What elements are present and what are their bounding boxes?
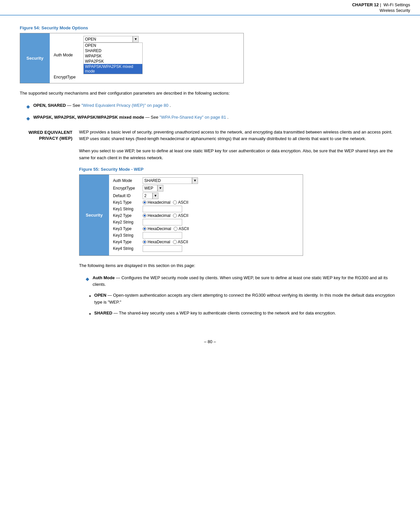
f55-encrypt-dropdown[interactable]: WEP ▼ — [143, 185, 163, 192]
f55-key1string-label: Key1 String — [113, 207, 143, 211]
sub-bullet-square-1: ■ — [89, 293, 91, 299]
bullet-after-1: . — [170, 103, 171, 108]
auth-mode-dropdown[interactable]: OPEN ▼ OPEN SHARED WPAPSK WPA2PSK WPAPSK… — [83, 36, 143, 74]
sub-bullet-shared-text: SHARED — The shared-key security uses a … — [94, 310, 336, 317]
f55-key4type-label: Key4 Type — [113, 240, 143, 244]
f55-key3type-radios: HexaDecimal ASCII — [143, 226, 189, 231]
f55-key3string-row: Key3 String — [113, 232, 299, 239]
f55-key1-hex-label: Hexadecimal — [148, 200, 170, 205]
f55-key1-ascii-radio[interactable] — [173, 200, 177, 204]
figure55-panel: Security Auth Mode SHARED ▼ — [79, 174, 303, 256]
auth-mode-arrow[interactable]: ▼ — [133, 36, 139, 43]
f55-key3string-input[interactable] — [143, 232, 182, 239]
bullet-item-open-shared: ◆ OPEN, SHARED — See "Wired Equivalent P… — [26, 102, 400, 110]
auth-mode-bullet-text: Auth Mode — Configures the WEP security … — [93, 275, 400, 288]
header-separator: | — [380, 2, 381, 7]
f55-defaultid-label: Default ID — [113, 193, 143, 198]
figure55-sidebar: Security — [79, 175, 109, 255]
f55-key2-ascii-radio[interactable] — [173, 214, 177, 218]
sub-bullet-open-text: OPEN — Open-system authentication accept… — [94, 292, 400, 306]
f55-encrypt-value: WEP — [143, 185, 157, 192]
f55-key2-hex-radio[interactable] — [143, 214, 147, 218]
f55-encrypt-row: EncryptType WEP ▼ — [113, 185, 299, 192]
f55-defaultid-arrow[interactable]: ▼ — [153, 193, 158, 199]
sub-bullet-shared-rest: — The shared-key security uses a WEP key… — [114, 311, 336, 315]
f55-key2type-radios: Hexadecimal ASCII — [143, 213, 188, 218]
f55-key1string-input[interactable] — [143, 206, 182, 212]
sub-bullet-shared: ■ SHARED — The shared-key security uses … — [89, 310, 400, 317]
f55-key4string-row: Key4 String — [113, 245, 299, 252]
wired-equiv-content: Wired Equivalent Privacy (WEP) WEP provi… — [20, 129, 400, 321]
f55-key3-ascii-radio[interactable] — [174, 227, 178, 231]
page-header: CHAPTER 12 | Wi-Fi Settings Wireless Sec… — [0, 0, 420, 15]
auth-mode-rest: — Configures the WEP security mode used … — [93, 275, 388, 287]
sub-bullet-list: ■ OPEN — Open-system authentication acce… — [89, 292, 400, 316]
footer-text: – 80 – — [204, 339, 216, 344]
f55-key4-hex-option[interactable]: HexaDecmal — [143, 240, 170, 244]
page-content: Figure 54: Security Mode Options Securit… — [0, 15, 420, 334]
dropdown-item-mixed[interactable]: WPAPSK/WPA2PSK mixed mode — [84, 64, 142, 74]
f55-key1string-row: Key1 String — [113, 206, 299, 212]
header-right: CHAPTER 12 | Wi-Fi Settings Wireless Sec… — [352, 2, 410, 14]
bullet-list-main: ◆ OPEN, SHARED — See "Wired Equivalent P… — [26, 102, 400, 122]
f55-key3-hex-radio[interactable] — [143, 227, 147, 231]
f55-key2string-row: Key2 String — [113, 219, 299, 225]
bullet-after-2: . — [227, 115, 229, 120]
figure55-body: Auth Mode SHARED ▼ EncryptType WEP ▼ — [109, 175, 303, 255]
auth-mode-bullet-diamond: ◆ — [86, 275, 89, 282]
f55-key3-ascii-option[interactable]: ASCII — [174, 226, 189, 231]
f55-key2string-label: Key2 String — [113, 220, 143, 224]
f55-key4-ascii-radio[interactable] — [173, 240, 177, 244]
dropdown-item-shared[interactable]: SHARED — [84, 48, 142, 53]
f55-auth-arrow[interactable]: ▼ — [192, 177, 198, 184]
chapter-subtitle: Wireless Security — [352, 8, 410, 14]
f55-key3-hex-option[interactable]: HexaDecimal — [143, 226, 171, 231]
f55-key4string-input[interactable] — [143, 245, 182, 252]
f55-key3string-label: Key3 String — [113, 233, 143, 238]
f55-key2-hex-label: Hexadecimal — [148, 213, 170, 218]
f55-encrypt-arrow[interactable]: ▼ — [157, 185, 163, 192]
auth-mode-value[interactable]: OPEN — [83, 36, 133, 43]
f55-key2-ascii-option[interactable]: ASCII — [173, 213, 188, 218]
f55-key4type-radios: HexaDecmal ASCII — [143, 240, 188, 244]
section-heading-wep: Wired Equivalent Privacy (WEP) — [20, 130, 72, 141]
sub-bullet-shared-bold: SHARED — [94, 311, 112, 315]
f55-defaultid-dropdown[interactable]: 2 ▼ — [143, 193, 158, 199]
figure55-title: Figure 55: Security Mode - WEP — [79, 167, 400, 172]
f55-key1-ascii-label: ASCII — [178, 200, 188, 205]
f55-key4string-label: Key4 String — [113, 246, 143, 251]
auth-mode-bold: Auth Mode — [93, 275, 115, 280]
bullet-dash-2: — See — [145, 115, 159, 120]
auth-mode-row: Auth Mode OPEN ▼ OPEN SHARED WPAPSK WPA2… — [54, 36, 239, 74]
dropdown-item-wpa2psk[interactable]: WPA2PSK — [84, 59, 142, 64]
f55-key1type-label: Key1 Type — [113, 200, 143, 205]
bullet-text-2: WPAPSK, WPA2PSK, WPAPSK/WPA2PSK mixed mo… — [33, 114, 229, 121]
bullet-link-1[interactable]: "Wired Equivalent Privacy (WEP)" on page… — [81, 103, 168, 108]
f55-key1type-row: Key1 Type Hexadecimal ASCII — [113, 200, 299, 205]
bullet-text-1: OPEN, SHARED — See "Wired Equivalent Pri… — [33, 102, 171, 109]
bullet-link-2[interactable]: "WPA Pre-Shared Key" on page 81 — [159, 115, 226, 120]
f55-key4-hex-label: HexaDecmal — [148, 240, 170, 244]
dropdown-item-open[interactable]: OPEN — [84, 43, 142, 48]
wired-equiv-right: WEP provides a basic level of security, … — [79, 129, 400, 321]
dropdown-item-wpapsk[interactable]: WPAPSK — [84, 53, 142, 59]
figure54-sidebar: Security — [20, 33, 50, 83]
header-section: Wi-Fi Settings — [383, 2, 410, 7]
f55-key4-ascii-label: ASCII — [178, 240, 188, 244]
f55-key1type-radios: Hexadecimal ASCII — [143, 200, 188, 205]
f55-key1-hex-radio[interactable] — [143, 200, 147, 204]
f55-key2type-label: Key2 Type — [113, 213, 143, 218]
wep-para2: When you select to use WEP, be sure to d… — [79, 148, 400, 162]
sub-bullet-open: ■ OPEN — Open-system authentication acce… — [89, 292, 400, 306]
f55-auth-dropdown[interactable]: SHARED ▼ — [143, 177, 198, 184]
f55-key2string-input[interactable] — [143, 219, 182, 225]
f55-key1-hex-option[interactable]: Hexadecimal — [143, 200, 170, 205]
f55-key1-ascii-option[interactable]: ASCII — [173, 200, 188, 205]
f55-key4-ascii-option[interactable]: ASCII — [173, 240, 188, 244]
bullet-bold-1: OPEN, SHARED — [33, 103, 66, 108]
f55-key2-hex-option[interactable]: Hexadecimal — [143, 213, 170, 218]
f55-key4-hex-radio[interactable] — [143, 240, 147, 244]
wired-equiv-sidebar: Wired Equivalent Privacy (WEP) — [20, 129, 79, 321]
sub-bullet-open-bold: OPEN — [94, 293, 106, 298]
sub-bullet-square-2: ■ — [89, 311, 91, 316]
